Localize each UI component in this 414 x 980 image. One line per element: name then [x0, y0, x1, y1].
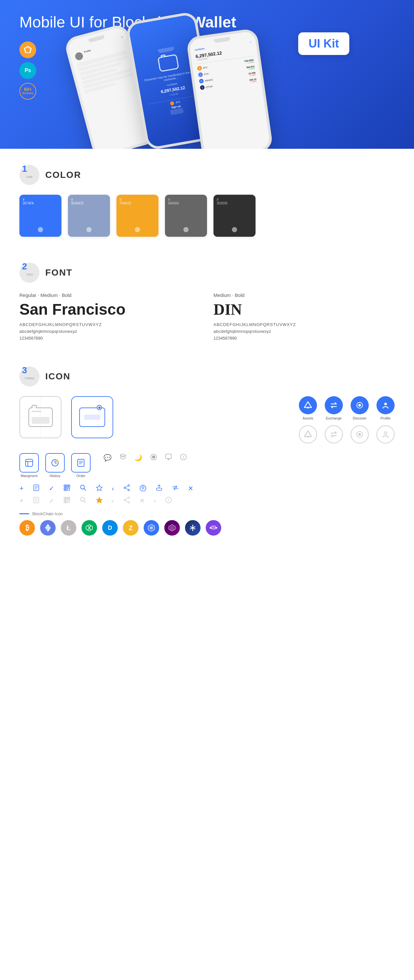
- swatch-blue: #3574FA: [19, 195, 62, 237]
- color-section: 1 ONE COLOR #3574FA #8DA0C8 #F5A623 #666…: [19, 149, 395, 247]
- blockchain-line: [19, 513, 29, 514]
- svg-marker-71: [96, 497, 102, 503]
- search-gray-icon: [80, 496, 87, 505]
- svg-point-47: [128, 485, 129, 487]
- content-area: 1 ONE COLOR #3574FA #8DA0C8 #F5A623 #666…: [0, 149, 414, 545]
- litecoin-logo: Ł: [61, 520, 76, 536]
- svg-rect-41: [69, 488, 70, 489]
- waves-logo: W: [143, 520, 159, 536]
- settings-icon: [139, 484, 146, 493]
- ps-badge: Ps: [19, 62, 36, 79]
- svg-rect-66: [69, 500, 70, 501]
- color-title: COLOR: [45, 170, 81, 180]
- font-title: FONT: [45, 267, 72, 278]
- info-icon: i: [180, 453, 187, 462]
- icon-title: ICON: [45, 371, 70, 382]
- svg-rect-60: [65, 498, 66, 499]
- share-gray-icon: [123, 496, 131, 505]
- font-sf: Regular · Medium · Bold San Francisco AB…: [19, 293, 201, 340]
- section-number-2: 2 TWO: [19, 262, 40, 283]
- bitcoin-logo: ₿: [19, 520, 35, 536]
- svg-point-73: [124, 500, 126, 501]
- phone-right: myWallet + 6,297,502.12 ≈ 323.5043 ₿ BTC…: [186, 28, 274, 149]
- swatch-orange: #F5A623: [116, 195, 158, 237]
- app-icons-row-ghost: [299, 425, 395, 444]
- svg-marker-46: [96, 485, 102, 491]
- svg-point-6: [358, 404, 361, 407]
- section-number-1: 1 ONE: [19, 165, 40, 185]
- din-style-label: Medium · Bold: [213, 293, 395, 298]
- assets-ghost-circle: [299, 425, 317, 444]
- screens-badge: 60+ Screens: [19, 83, 36, 100]
- svg-line-45: [84, 489, 86, 491]
- din-lowercase: abcdefghijklmnopqrstuvwxyz: [213, 329, 395, 334]
- svg-line-51: [126, 488, 128, 489]
- sf-name: San Francisco: [19, 301, 201, 318]
- export-icon: [156, 484, 163, 493]
- utility-icons-row1: 💬 🌙: [104, 453, 187, 462]
- icon-display-area: Assets Exchange: [19, 396, 395, 536]
- svg-point-24: [120, 454, 126, 456]
- icon-exchange: Exchange: [325, 396, 343, 420]
- order-label: Order: [76, 474, 85, 478]
- icon-section-header: 3 THREE ICON: [19, 366, 395, 387]
- svg-text:i: i: [168, 498, 169, 502]
- svg-rect-62: [68, 498, 69, 499]
- forward-gray-icon: ›: [154, 497, 156, 504]
- font-din: Medium · Bold DIN ABCDEFGHIJKLMNOPQRSTUV…: [213, 293, 395, 340]
- font-section-header: 2 TWO FONT: [19, 262, 395, 283]
- phones-container: ⚙ Profile: [65, 19, 414, 149]
- swatch-gray: #666666: [165, 195, 207, 237]
- profile-label: Profile: [381, 416, 390, 420]
- din-name: DIN: [213, 301, 395, 318]
- icon-management-box: [19, 453, 39, 473]
- sf-numbers: 1234567890: [19, 336, 201, 340]
- swatch-darkgray: #303030: [213, 195, 256, 237]
- search-icon: [80, 484, 87, 493]
- qr-gray-icon: [64, 496, 70, 505]
- augur-logo: [164, 520, 180, 536]
- svg-rect-35: [65, 485, 66, 487]
- icon-exchange-ghost: [325, 425, 343, 444]
- svg-rect-13: [25, 459, 33, 466]
- svg-rect-68: [69, 502, 70, 503]
- dash-logo: D: [102, 520, 118, 536]
- svg-rect-65: [67, 500, 68, 501]
- svg-point-12: [384, 432, 387, 434]
- svg-rect-43: [69, 490, 70, 491]
- moon-icon: 🌙: [134, 454, 142, 461]
- icon-order-box: [71, 453, 91, 473]
- icon-history-wrap: History: [45, 453, 65, 478]
- app-icons-row-filled: Assets Exchange: [299, 396, 395, 420]
- tool-icons-gray: + ✓ ‹ ✕ ›: [19, 496, 395, 505]
- screens-count: 60+: [24, 87, 32, 92]
- ps-label: Ps: [25, 68, 31, 73]
- sf-style-label: Regular · Medium · Bold: [19, 293, 201, 298]
- svg-point-48: [124, 487, 126, 489]
- font-grid: Regular · Medium · Bold San Francisco AB…: [19, 293, 395, 340]
- info-gray-icon: i: [165, 496, 172, 505]
- svg-rect-53: [156, 488, 162, 490]
- svg-point-49: [128, 489, 129, 491]
- din-uppercase: ABCDEFGHIJKLMNOPQRSTUVWXYZ: [213, 322, 395, 327]
- icon-management-wrap: Mangment: [19, 453, 39, 478]
- icon-wireframe-1: [19, 396, 62, 438]
- blockchain-text: BlockChain Icon: [32, 511, 63, 516]
- circle-icon: [150, 453, 157, 462]
- sf-uppercase: ABCDEFGHIJKLMNOPQRSTUVWXYZ: [19, 322, 201, 327]
- document-icon: [33, 484, 40, 493]
- discover-label: Discover: [353, 416, 367, 420]
- icon-second-row: Mangment History Order: [19, 453, 395, 478]
- swap-icon: [172, 484, 179, 493]
- svg-rect-37: [68, 485, 69, 487]
- icon-discover: Discover: [350, 396, 369, 420]
- discover-circle: [350, 396, 369, 414]
- document-gray-icon: [33, 496, 40, 505]
- svg-point-52: [142, 487, 144, 489]
- zcash-logo: Z: [123, 520, 139, 536]
- app-icons-group: Assets Exchange: [299, 396, 395, 444]
- svg-rect-20: [78, 459, 84, 466]
- svg-text:i: i: [183, 455, 184, 459]
- svg-point-11: [358, 433, 361, 436]
- section-number-3: 3 THREE: [19, 366, 40, 387]
